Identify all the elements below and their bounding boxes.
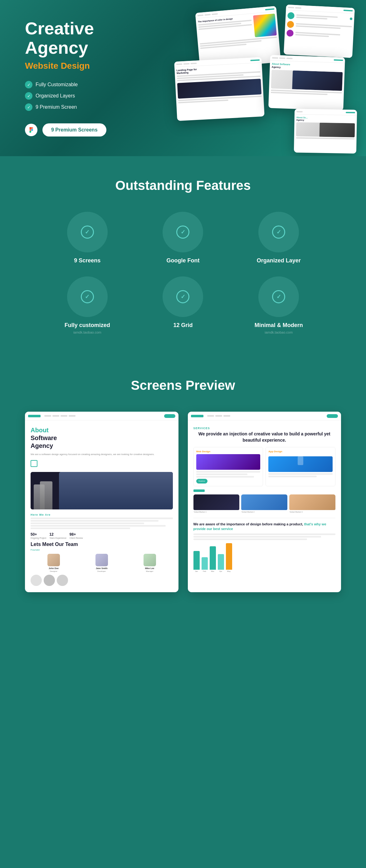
hero-cta-row: 9 Premium Screens [25, 123, 156, 136]
agency-label: Agency [31, 442, 173, 450]
team-name-1: John Doe [49, 567, 59, 569]
mockup-card-3: Landing Page forMarketing [174, 57, 265, 121]
check-icon-1: ✓ [25, 81, 32, 88]
team-role-3: Manager [146, 570, 154, 572]
screen-logo-2 [191, 415, 203, 417]
bar-1: Jan [194, 551, 200, 572]
mockup-card-4: About Software Agency [268, 55, 345, 111]
bottom-card-label-1: Global Market 1 [194, 511, 240, 513]
features-list: ✓ Fully Customizable ✓ Organized Layers … [25, 81, 156, 111]
service-img-1 [196, 454, 261, 470]
aware-title: We are aware of the importance of design… [194, 522, 336, 532]
feature-label-organized-layer: Organized Layer [257, 257, 301, 264]
stat-label-1: Ongoing Project [31, 537, 46, 539]
stats-row: 50+ Ongoing Project 12 Years Experience … [31, 532, 173, 539]
mockup-card-5: About Sc... Agency [294, 109, 357, 153]
features-section: Outstanding Features ✓ 9 Screens ✓ Googl… [0, 156, 366, 356]
team-avatar-3 [143, 554, 156, 566]
team-name-2: Jane Smith [96, 567, 107, 569]
feature-circle-6: ✓ [258, 276, 299, 317]
features-title: Outstanding Features [25, 178, 341, 193]
bar-chart: Jan Feb Mar Apr [194, 543, 336, 572]
feature-item-1: ✓ Fully Customizable [25, 81, 156, 88]
screen-link-3 [61, 415, 67, 417]
about-label: About [31, 427, 173, 434]
services-title: We provide an injection of creative valu… [194, 431, 336, 443]
bottom-card-3: Global Market 3 [289, 494, 335, 513]
team-member-1: John Doe Designer [31, 554, 77, 572]
stat-item-2: 12 Years Experience [49, 532, 66, 539]
team-avatar-1 [47, 554, 60, 566]
feature-check-icon-4: ✓ [81, 290, 94, 303]
bar-fill-1 [194, 551, 200, 570]
bar-2: Feb [202, 557, 208, 572]
feature-label-google-font: Google Font [167, 257, 200, 264]
stat-label-3: Client Review [70, 537, 83, 539]
team-name-3: Mike Lee [145, 567, 155, 569]
service-explore-btn-1: Explore [196, 479, 207, 483]
software-label: Software [31, 434, 173, 442]
premium-screens-button[interactable]: 9 Premium Screens [42, 123, 106, 136]
screen-nav-btn-1 [164, 414, 175, 418]
feature-label-minimal-modern: Minimal & Modern [255, 322, 303, 329]
feature-label-twelve-grid: 12 Grid [173, 322, 193, 329]
bar-fill-5 [226, 543, 232, 570]
team-member-2: Jane Smith Developer [79, 554, 125, 572]
feature-circle-2: ✓ [163, 212, 203, 252]
screen-body-1: About Software Agency We are a software … [25, 421, 178, 592]
feature-check-icon-5: ✓ [176, 290, 189, 303]
mockup-card-2 [284, 4, 355, 58]
stat-num-1: 50+ [31, 532, 46, 537]
bottom-card-label-2: Global Market 2 [241, 511, 287, 513]
bar-label-2: Feb [203, 570, 206, 572]
feature-label-1: Fully Customizable [36, 82, 78, 88]
meet-sub: Founder [31, 549, 173, 551]
bottom-cards: Global Market 1 Global Market 2 Global M… [194, 494, 336, 513]
feature-circle-3: ✓ [258, 212, 299, 252]
feature-label-2: Organized Layers [36, 93, 75, 99]
about-title: About Software Agency [31, 427, 173, 450]
service-blocks: Web Design Explore App Design [194, 447, 336, 486]
service-block-1: Web Design Explore [194, 447, 263, 486]
bottom-card-img-1 [194, 494, 240, 510]
screen-body-2: SERVICES We provide an injection of crea… [188, 421, 341, 581]
screen-nav-btn-2 [327, 414, 338, 418]
service-title-1: Web Design [196, 450, 261, 453]
screen-link-5 [207, 415, 214, 417]
team-member-3: Mike Lee Manager [127, 554, 173, 572]
features-grid: ✓ 9 Screens ✓ Google Font ✓ Organized La… [49, 212, 317, 334]
screen-link-2 [53, 415, 59, 417]
bottom-card-1: Global Market 1 [194, 494, 240, 513]
hero-title: Creative Agency [25, 19, 156, 57]
feature-minimal-modern: ✓ Minimal & Modern iamdk.taobao.com [240, 276, 317, 334]
screen-link-7 [224, 415, 230, 417]
bar-4: Apr [218, 554, 224, 572]
screen-card-2: SERVICES We provide an injection of crea… [188, 412, 341, 592]
feature-label-3: 9 Premium Screen [36, 104, 77, 110]
bar-fill-4 [218, 554, 224, 570]
feature-check-icon-6: ✓ [272, 290, 285, 303]
feature-check-icon-3: ✓ [272, 225, 285, 239]
screens-section: Screens Preview About Software Agency We… [0, 356, 366, 614]
feature-organized-layer: ✓ Organized Layer [240, 212, 317, 264]
aware-section: We are aware of the importance of design… [194, 518, 336, 572]
bottom-card-img-3 [289, 494, 335, 510]
bottom-card-label-3: Global Market 3 [289, 511, 335, 513]
screen-link-6 [215, 415, 222, 417]
service-title-2: App Design [268, 450, 333, 453]
team-role-2: Developer [97, 570, 106, 572]
about-desc: We are a software design agency focused … [31, 453, 173, 456]
bottom-card-2: Global Market 2 [241, 494, 287, 513]
team-avatar-2 [96, 554, 108, 566]
team-role-1: Designer [50, 570, 58, 572]
explore-btn [31, 460, 37, 467]
bar-label-3: Mar [211, 570, 214, 572]
aware-title-text: We are aware of the importance of design… [194, 522, 304, 526]
bar-3: Mar [210, 546, 216, 572]
feature-fully-customized: ✓ Fully customized iamdk.taobao.com [49, 276, 126, 334]
feature-circle-1: ✓ [67, 212, 108, 252]
bar-5: May [226, 543, 232, 572]
feature-item-2: ✓ Organized Layers [25, 92, 156, 100]
check-icon-2: ✓ [25, 92, 32, 100]
feature-check-icon-1: ✓ [81, 225, 94, 239]
